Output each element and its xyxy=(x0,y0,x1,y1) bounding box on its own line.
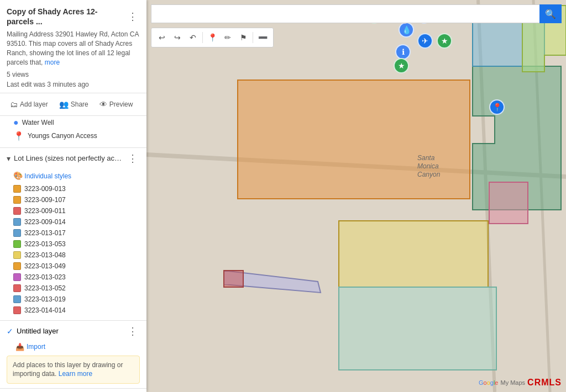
parcel-3223-013-049[interactable]: 3223-013-049 xyxy=(11,261,144,272)
pin-water-1[interactable]: 💧 xyxy=(399,22,414,38)
learn-more-link[interactable]: Learn more xyxy=(59,370,92,378)
toolbar-separator-2 xyxy=(253,32,253,43)
sidebar-header: Copy of Shady Acres 12- parcels ... ⋮ Ma… xyxy=(0,0,146,93)
toolbar-separator xyxy=(202,32,203,43)
map-title: Copy of Shady Acres 12- parcels ... xyxy=(7,7,125,27)
untitled-layer-1-options[interactable]: ⋮ xyxy=(125,325,140,337)
untitled-layer-2-header: ✓ Untitled layer ⋮ xyxy=(0,389,146,392)
action-bar: 🗂 Add layer 👥 Share 👁 Preview xyxy=(0,93,146,116)
add-layer-button[interactable]: 🗂 Add layer xyxy=(7,98,51,111)
import-button[interactable]: 📥 Import xyxy=(0,342,146,352)
water-well-icon: ● xyxy=(13,118,19,128)
untitled-layer-1-header: ✓ Untitled layer ⋮ xyxy=(0,321,146,342)
secondary-toolbar: ↩ ↪ ↶ 📍 ✏ ⚑ ➖ xyxy=(151,28,274,47)
palette-icon: 🎨 xyxy=(13,171,23,180)
svg-rect-3 xyxy=(238,80,470,199)
map-description: Mailing Address 32901 Hawley Rd, Acton C… xyxy=(7,30,140,67)
sidebar: Copy of Shady Acres 12- parcels ... ⋮ Ma… xyxy=(0,0,146,392)
layer-item-water-well[interactable]: ● Water Well xyxy=(11,116,144,129)
line-tool-button[interactable]: ✏ xyxy=(221,30,235,45)
map-toolbar: 🔍 xyxy=(151,4,562,23)
map-title-row: Copy of Shady Acres 12- parcels ... ⋮ xyxy=(7,7,140,27)
parcel-3223-013-019[interactable]: 3223-013-019 xyxy=(11,294,144,305)
pin-1[interactable]: ✈ xyxy=(417,33,433,49)
pin-location[interactable]: 📍 xyxy=(489,99,505,115)
parcel-3223-013-023[interactable]: 3223-013-023 xyxy=(11,272,144,283)
google-text: Google xyxy=(479,379,499,386)
parcels-svg: Santa Monica Canyon xyxy=(146,0,566,392)
lot-lines-title: Lot Lines (sizes not perfectly acc... xyxy=(14,154,122,162)
lot-lines-items: 🎨 Individual styles 3223-009-013 3223-00… xyxy=(0,169,146,320)
lot-lines-layer: ▾ Lot Lines (sizes not perfectly acc... … xyxy=(0,148,146,321)
svg-rect-9 xyxy=(339,287,496,370)
check-icon-1: ✓ xyxy=(7,327,13,336)
eye-icon: 👁 xyxy=(99,100,107,109)
lot-lines-options[interactable]: ⋮ xyxy=(125,152,140,165)
parcel-3223-009-107[interactable]: 3223-009-107 xyxy=(11,194,144,205)
pin-info-2[interactable]: ℹ xyxy=(395,44,411,60)
share-icon: 👥 xyxy=(59,100,69,109)
search-input[interactable] xyxy=(151,4,539,23)
pin-star-1[interactable]: ★ xyxy=(437,33,452,49)
untitled-layer-1-title: Untitled layer xyxy=(17,327,122,335)
parcel-color-swatch xyxy=(13,196,21,204)
parcel-color-swatch xyxy=(13,306,21,314)
map-views: 5 views xyxy=(7,71,140,78)
parcel-3223-009-013[interactable]: 3223-009-013 xyxy=(11,183,144,194)
untitled-layer-2-section: ✓ Untitled layer ⋮ xyxy=(0,389,146,392)
parcel-color-swatch xyxy=(13,185,21,193)
svg-rect-11 xyxy=(224,271,243,287)
measure-tool-button[interactable]: ⚑ xyxy=(236,30,250,45)
svg-rect-7 xyxy=(489,182,528,224)
svg-text:Santa: Santa xyxy=(417,154,435,162)
more-tools-button[interactable]: ➖ xyxy=(255,30,270,45)
history-button[interactable]: ↶ xyxy=(186,30,200,45)
svg-rect-8 xyxy=(339,221,488,287)
parcel-color-swatch xyxy=(13,273,21,281)
add-layer-icon: 🗂 xyxy=(10,100,18,109)
more-link[interactable]: more xyxy=(45,59,60,66)
parcel-3223-009-014[interactable]: 3223-009-014 xyxy=(11,216,144,227)
untitled-layer-1-section: ✓ Untitled layer ⋮ 📥 Import Add places t… xyxy=(0,321,146,389)
layer-items: ● Water Well 📍 Youngs Canyon Access xyxy=(0,116,146,147)
parcel-color-swatch xyxy=(13,207,21,215)
add-places-notice: Add places to this layer by drawing or i… xyxy=(7,356,140,384)
my-maps-text: My Maps xyxy=(500,379,525,386)
undo-button[interactable]: ↩ xyxy=(155,30,169,45)
lot-lines-toggle-icon: ▾ xyxy=(7,154,11,163)
search-container: 🔍 xyxy=(151,4,562,23)
import-icon: 📥 xyxy=(15,343,24,351)
search-icon: 🔍 xyxy=(545,9,556,19)
individual-styles-link[interactable]: 🎨 Individual styles xyxy=(11,169,144,183)
parcel-3223-013-052[interactable]: 3223-013-052 xyxy=(11,283,144,294)
layer-section-points: ● Water Well 📍 Youngs Canyon Access xyxy=(0,116,146,148)
svg-text:Monica: Monica xyxy=(417,162,439,170)
pin-tool-button[interactable]: 📍 xyxy=(205,30,219,45)
parcel-3223-009-011[interactable]: 3223-009-011 xyxy=(11,205,144,216)
parcel-3223-013-053[interactable]: 3223-013-053 xyxy=(11,239,144,250)
parcel-3223-013-048[interactable]: 3223-013-048 xyxy=(11,250,144,261)
parcel-color-swatch xyxy=(13,295,21,303)
parcel-3223-014-014[interactable]: 3223-014-014 xyxy=(11,305,144,316)
map-options-button[interactable]: ⋮ xyxy=(125,10,140,23)
parcel-color-swatch xyxy=(13,251,21,259)
search-button[interactable]: 🔍 xyxy=(539,4,562,23)
google-branding: Google My Maps CRMLS xyxy=(479,378,562,388)
parcel-color-swatch xyxy=(13,229,21,237)
parcel-3223-013-017[interactable]: 3223-013-017 xyxy=(11,227,144,239)
preview-button[interactable]: 👁 Preview xyxy=(96,98,137,111)
parcel-color-swatch xyxy=(13,240,21,248)
parcel-color-swatch xyxy=(13,262,21,270)
lot-lines-header[interactable]: ▾ Lot Lines (sizes not perfectly acc... … xyxy=(0,148,146,169)
svg-text:Canyon: Canyon xyxy=(417,171,441,178)
parcel-color-swatch xyxy=(13,218,21,226)
youngs-canyon-icon: 📍 xyxy=(13,131,24,141)
map-last-edit: Last edit was 3 minutes ago xyxy=(7,81,140,88)
crmls-text: CRMLS xyxy=(527,378,562,388)
layer-item-youngs-canyon[interactable]: 📍 Youngs Canyon Access xyxy=(11,129,144,143)
share-button[interactable]: 👥 Share xyxy=(56,98,92,111)
map-area[interactable]: Santa Monica Canyon 🔍 ↩ ↪ ↶ 📍 ✏ ⚑ ➖ ✈ ★ … xyxy=(146,0,566,392)
pin-star-2[interactable]: ★ xyxy=(394,58,409,73)
parcel-color-swatch xyxy=(13,284,21,292)
redo-button[interactable]: ↪ xyxy=(170,30,185,45)
